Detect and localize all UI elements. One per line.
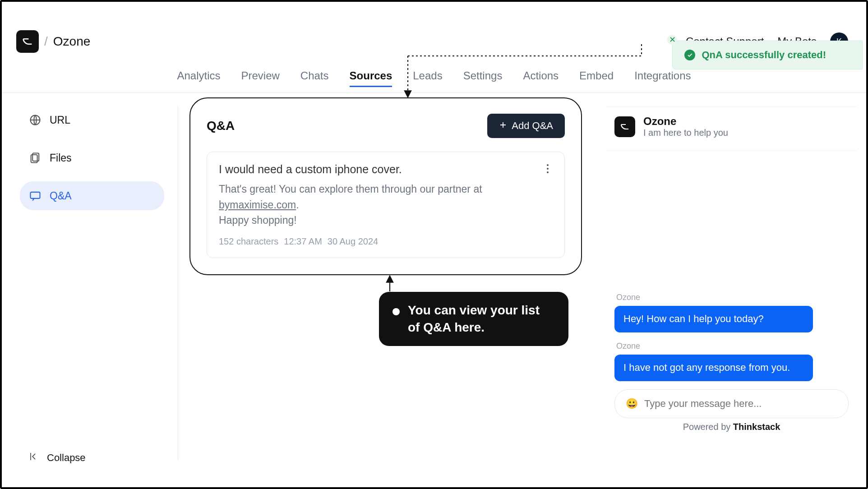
qa-panel: Q&A Add Q&A I would need a custom iphone… xyxy=(189,97,582,275)
powered-by: Powered by Thinkstack xyxy=(614,422,849,432)
breadcrumb-bot-name[interactable]: Ozone xyxy=(53,34,91,49)
qa-answer-text: That's great! You can explore them throu… xyxy=(219,183,482,195)
success-toast: ✕ QnA successfully created! xyxy=(672,41,863,69)
tooltip-dot-icon xyxy=(392,308,400,315)
tab-settings[interactable]: Settings xyxy=(463,69,503,87)
collapse-sidebar-button[interactable]: Collapse xyxy=(20,447,164,469)
qa-answer: That's great! You can explore them throu… xyxy=(219,181,489,228)
app-logo[interactable] xyxy=(16,30,39,53)
sidebar-item-url[interactable]: URL xyxy=(20,106,164,134)
plus-icon xyxy=(499,120,507,132)
qa-answer-suffix: . xyxy=(296,199,299,211)
chat-bot-name: Ozone xyxy=(643,115,728,128)
message-sender: Ozone xyxy=(616,341,849,351)
qa-time: 12:37 AM xyxy=(284,236,322,247)
onboarding-tooltip: You can view your list of Q&A here. xyxy=(379,292,568,346)
toast-close-button[interactable]: ✕ xyxy=(667,35,677,45)
message-sender: Ozone xyxy=(616,293,849,302)
emoji-icon[interactable]: 😀 xyxy=(626,398,638,410)
sidebar-item-label: URL xyxy=(50,114,70,126)
main-tabs: Analytics Preview Chats Sources Leads Se… xyxy=(2,69,866,93)
sidebar-item-qa[interactable]: Q&A xyxy=(20,181,164,210)
chat-input-field[interactable] xyxy=(644,398,837,410)
powered-by-brand[interactable]: Thinkstack xyxy=(733,422,780,432)
qa-answer-link[interactable]: bymaximise.com xyxy=(219,199,296,211)
qa-question: I would need a custom iphone cover. xyxy=(219,163,553,176)
qa-icon xyxy=(29,189,42,202)
sidebar-item-label: Files xyxy=(50,152,72,164)
chat-bot-subtitle: I am here to help you xyxy=(643,128,728,138)
tab-chats[interactable]: Chats xyxy=(300,69,329,87)
qa-char-count: 152 characters xyxy=(219,236,278,247)
qa-answer-line2: Happy shopping! xyxy=(219,214,297,226)
tab-leads[interactable]: Leads xyxy=(413,69,442,87)
files-icon xyxy=(29,152,42,164)
svg-point-4 xyxy=(547,164,549,166)
tab-embed[interactable]: Embed xyxy=(579,69,614,87)
qa-section-title: Q&A xyxy=(207,119,235,133)
collapse-icon xyxy=(29,451,40,465)
sidebar-item-files[interactable]: Files xyxy=(20,143,164,172)
tab-preview[interactable]: Preview xyxy=(241,69,279,87)
tooltip-text: You can view your list of Q&A here. xyxy=(408,302,555,336)
svg-point-6 xyxy=(547,171,549,173)
sidebar-item-label: Q&A xyxy=(50,190,72,202)
toast-text: QnA successfully created! xyxy=(702,49,826,61)
qa-date: 30 Aug 2024 xyxy=(328,236,378,247)
svg-point-5 xyxy=(547,168,549,170)
qa-card[interactable]: I would need a custom iphone cover. That… xyxy=(207,152,565,258)
breadcrumb-separator: / xyxy=(44,34,48,49)
tab-actions[interactable]: Actions xyxy=(523,69,559,87)
tab-analytics[interactable]: Analytics xyxy=(177,69,220,87)
chat-message: I have not got any response from you. xyxy=(614,355,813,381)
svg-rect-3 xyxy=(31,192,40,198)
chat-input[interactable]: 😀 xyxy=(614,389,849,418)
globe-icon xyxy=(29,114,42,126)
chat-preview: Ozone I am here to help you Ozone Hey! H… xyxy=(606,106,857,440)
collapse-label: Collapse xyxy=(47,452,86,464)
tab-sources[interactable]: Sources xyxy=(350,69,392,87)
qa-card-menu-button[interactable] xyxy=(541,162,554,175)
add-qa-label: Add Q&A xyxy=(512,120,553,132)
add-qa-button[interactable]: Add Q&A xyxy=(487,114,565,138)
chat-message: Hey! How can I help you today? xyxy=(614,306,813,332)
check-circle-icon xyxy=(684,50,695,60)
chat-bot-logo xyxy=(614,116,635,137)
sources-sidebar: URL Files Q&A Collapse xyxy=(20,106,164,469)
tab-integrations[interactable]: Integrations xyxy=(634,69,691,87)
content-divider xyxy=(178,106,178,460)
